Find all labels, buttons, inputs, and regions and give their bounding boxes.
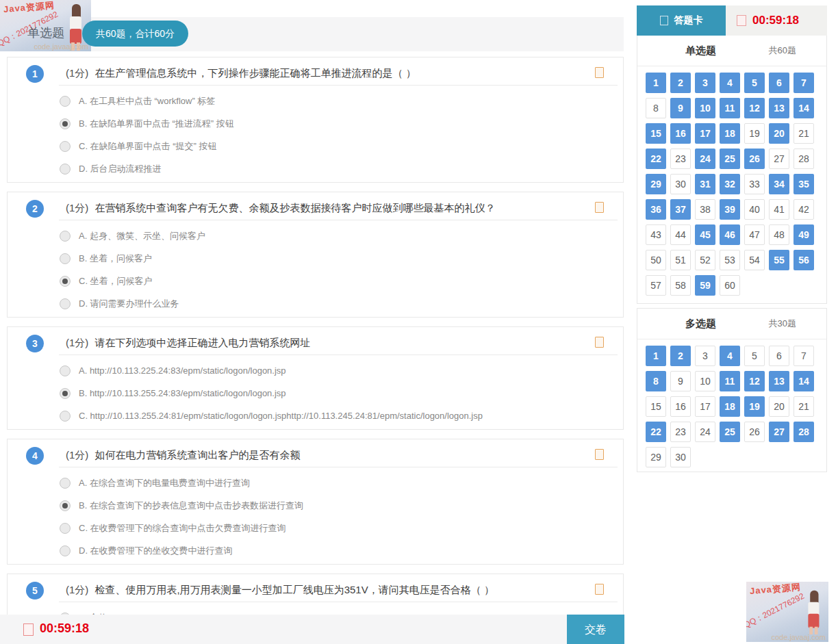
- bookmark-icon[interactable]: [595, 202, 604, 213]
- question-nav-cell[interactable]: 17: [695, 396, 715, 417]
- question-nav-cell[interactable]: 7: [793, 73, 814, 93]
- question-nav-cell[interactable]: 19: [744, 396, 765, 417]
- question-nav-cell[interactable]: 29: [646, 447, 666, 467]
- question-nav-cell[interactable]: 37: [670, 199, 691, 220]
- question-nav-cell[interactable]: 10: [695, 98, 715, 118]
- question-nav-cell[interactable]: 8: [646, 371, 666, 391]
- question-nav-cell[interactable]: 35: [793, 174, 814, 194]
- question-nav-cell[interactable]: 43: [646, 224, 666, 245]
- question-nav-cell[interactable]: 23: [670, 422, 691, 442]
- answer-option[interactable]: A. http://10.113.225.24:83/epm/static/lo…: [60, 359, 615, 382]
- answer-option[interactable]: B. http://10.113.255.24:83/epm/static/lo…: [60, 382, 615, 404]
- answer-option[interactable]: A. 在工具栏中点击 “workflow” 标签: [60, 90, 615, 112]
- question-nav-cell[interactable]: 9: [670, 98, 691, 118]
- question-nav-cell[interactable]: 25: [720, 149, 740, 169]
- answer-option[interactable]: D. 请问需要办理什么业务: [60, 292, 615, 315]
- question-nav-cell[interactable]: 16: [670, 396, 691, 417]
- question-nav-cell[interactable]: 7: [793, 346, 814, 366]
- question-nav-cell[interactable]: 41: [769, 199, 789, 220]
- question-nav-cell[interactable]: 25: [720, 422, 740, 442]
- radio-button[interactable]: [60, 276, 71, 287]
- answer-option[interactable]: A. 起身、微笑、示坐、问候客户: [60, 224, 615, 247]
- question-nav-cell[interactable]: 13: [769, 371, 789, 391]
- question-nav-cell[interactable]: 26: [744, 422, 765, 442]
- answer-option[interactable]: C. 在收费管理下的综合查询中点击欠费查询进行查询: [60, 517, 615, 539]
- question-nav-cell[interactable]: 22: [646, 149, 666, 169]
- question-nav-cell[interactable]: 30: [670, 447, 691, 467]
- question-nav-cell[interactable]: 3: [695, 346, 715, 366]
- answer-option[interactable]: D. 在收费管理下的坐收交费中进行查询: [60, 539, 615, 562]
- question-nav-cell[interactable]: 38: [695, 199, 715, 220]
- question-nav-cell[interactable]: 17: [695, 123, 715, 144]
- radio-button[interactable]: [60, 231, 71, 242]
- question-nav-cell[interactable]: 47: [744, 224, 765, 245]
- question-nav-cell[interactable]: 46: [720, 224, 740, 245]
- radio-button[interactable]: [60, 253, 71, 264]
- question-nav-cell[interactable]: 27: [769, 149, 789, 169]
- question-nav-cell[interactable]: 48: [769, 224, 789, 245]
- bookmark-icon[interactable]: [595, 67, 604, 78]
- bookmark-icon[interactable]: [595, 337, 604, 348]
- question-nav-cell[interactable]: 20: [769, 396, 789, 417]
- question-nav-cell[interactable]: 28: [793, 149, 814, 169]
- question-nav-cell[interactable]: 44: [670, 224, 691, 245]
- question-nav-cell[interactable]: 58: [670, 275, 691, 296]
- question-nav-cell[interactable]: 18: [720, 396, 740, 417]
- radio-button[interactable]: [60, 365, 71, 376]
- answer-option[interactable]: B. 坐着，问候客户: [60, 247, 615, 270]
- question-nav-cell[interactable]: 11: [720, 98, 740, 118]
- question-nav-cell[interactable]: 22: [646, 422, 666, 442]
- radio-button[interactable]: [60, 523, 71, 534]
- tab-answer-card[interactable]: 答题卡: [637, 5, 726, 36]
- question-nav-cell[interactable]: 30: [670, 174, 691, 194]
- bookmark-icon[interactable]: [595, 449, 604, 460]
- submit-button[interactable]: 交卷: [567, 615, 624, 644]
- question-nav-cell[interactable]: 31: [695, 174, 715, 194]
- question-nav-cell[interactable]: 54: [744, 250, 765, 270]
- question-nav-cell[interactable]: 2: [670, 73, 691, 93]
- question-nav-cell[interactable]: 26: [744, 149, 765, 169]
- question-nav-cell[interactable]: 29: [646, 174, 666, 194]
- radio-button[interactable]: [60, 388, 71, 399]
- question-nav-cell[interactable]: 12: [744, 98, 765, 118]
- radio-button[interactable]: [60, 545, 71, 556]
- answer-option[interactable]: D. 后台启动流程推进: [60, 157, 615, 180]
- question-nav-cell[interactable]: 60: [720, 275, 740, 296]
- question-nav-cell[interactable]: 50: [646, 250, 666, 270]
- question-nav-cell[interactable]: 14: [793, 371, 814, 391]
- radio-button[interactable]: [60, 298, 71, 309]
- question-nav-cell[interactable]: 55: [769, 250, 789, 270]
- question-nav-cell[interactable]: 28: [793, 422, 814, 442]
- question-nav-cell[interactable]: 23: [670, 149, 691, 169]
- question-nav-cell[interactable]: 10: [695, 371, 715, 391]
- question-nav-cell[interactable]: 4: [720, 346, 740, 366]
- question-nav-cell[interactable]: 45: [695, 224, 715, 245]
- question-nav-cell[interactable]: 56: [793, 250, 814, 270]
- radio-button[interactable]: [60, 478, 71, 489]
- question-nav-cell[interactable]: 18: [720, 123, 740, 144]
- question-nav-cell[interactable]: 24: [695, 149, 715, 169]
- question-nav-cell[interactable]: 15: [646, 396, 666, 417]
- question-nav-cell[interactable]: 27: [769, 422, 789, 442]
- question-nav-cell[interactable]: 8: [646, 98, 666, 118]
- question-nav-cell[interactable]: 24: [695, 422, 715, 442]
- question-nav-cell[interactable]: 1: [646, 346, 666, 366]
- answer-option[interactable]: C. 在缺陷单界面中点击 “提交” 按钮: [60, 135, 615, 157]
- question-nav-cell[interactable]: 13: [769, 98, 789, 118]
- radio-button[interactable]: [60, 164, 71, 175]
- radio-button[interactable]: [60, 118, 71, 129]
- question-nav-cell[interactable]: 34: [769, 174, 789, 194]
- question-nav-cell[interactable]: 4: [720, 73, 740, 93]
- question-nav-cell[interactable]: 21: [793, 396, 814, 417]
- question-nav-cell[interactable]: 2: [670, 346, 691, 366]
- question-nav-cell[interactable]: 53: [720, 250, 740, 270]
- question-nav-cell[interactable]: 19: [744, 123, 765, 144]
- answer-option[interactable]: B. 在缺陷单界面中点击 “推进流程” 按钮: [60, 112, 615, 135]
- question-nav-cell[interactable]: 51: [670, 250, 691, 270]
- question-nav-cell[interactable]: 39: [720, 199, 740, 220]
- answer-option[interactable]: B. 在综合查询下的抄表信息查询中点击抄表数据进行查询: [60, 494, 615, 517]
- question-nav-cell[interactable]: 12: [744, 371, 765, 391]
- radio-button[interactable]: [60, 500, 71, 511]
- question-nav-cell[interactable]: 36: [646, 199, 666, 220]
- question-nav-cell[interactable]: 32: [720, 174, 740, 194]
